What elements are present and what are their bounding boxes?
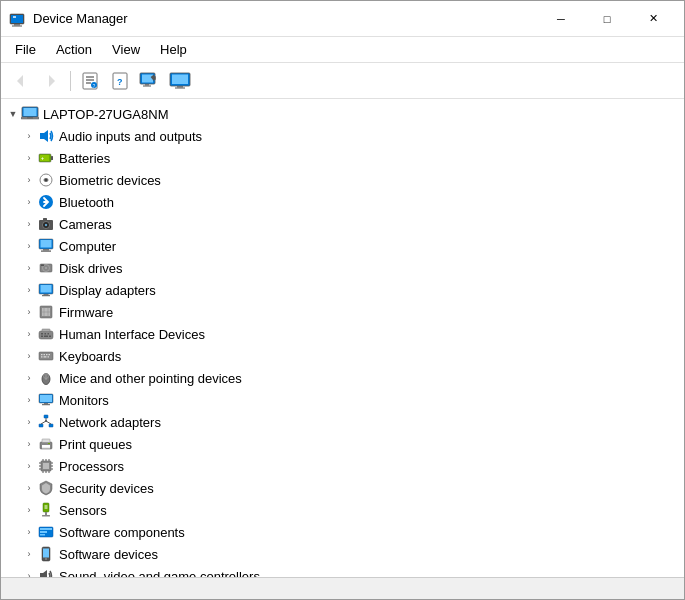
forward-button[interactable] [37,67,65,95]
item-label: Firmware [59,305,113,320]
expand-arrow: › [21,216,37,232]
list-item[interactable]: › Keyboards [1,345,684,367]
list-item[interactable]: › Disk drives [1,257,684,279]
menu-help[interactable]: Help [150,40,197,59]
list-item[interactable]: › Print queues [1,433,684,455]
list-item[interactable]: › Monitors [1,389,684,411]
expand-arrow: › [21,238,37,254]
properties-button[interactable]: ? [76,67,104,95]
monitor2-button[interactable] [166,67,194,95]
expand-arrow: › [21,304,37,320]
svg-marker-5 [17,75,23,87]
svg-rect-66 [42,329,50,332]
svg-marker-6 [49,75,55,87]
svg-rect-117 [43,549,49,558]
svg-rect-44 [43,249,49,251]
list-item[interactable]: › [1,455,684,477]
list-item[interactable]: › Audio inputs and outputs [1,125,684,147]
list-item[interactable]: › Display adapters [1,279,684,301]
security-icon [37,479,55,497]
firmware-icon [37,303,55,321]
close-button[interactable]: ✕ [630,4,676,34]
item-label: Network adapters [59,415,161,430]
monitor-icon [37,391,55,409]
svg-rect-90 [42,439,50,443]
software-devices-icon [37,545,55,563]
toolbar: ? ? [1,63,684,99]
svg-rect-53 [42,295,50,296]
processor-icon [37,457,55,475]
biometric-icon [37,171,55,189]
list-item[interactable]: › Biometric devices [1,169,684,191]
menu-file[interactable]: File [5,40,46,59]
list-item[interactable]: › Software devices [1,543,684,565]
item-label: Sound, video and game controllers [59,569,260,578]
list-item[interactable]: › Human Interface Devices [1,323,684,345]
list-item[interactable]: › Cameras [1,213,684,235]
device-tree[interactable]: ▼ LAPTOP-27UGA8NM › [1,99,684,577]
svg-rect-18 [143,85,151,86]
list-item[interactable]: › Sound, video and game controllers [1,565,684,577]
svg-rect-68 [41,354,43,355]
expand-arrow: › [21,392,37,408]
svg-rect-4 [13,16,16,18]
svg-rect-51 [41,285,52,293]
expand-arrow: › [21,524,37,540]
mice-icon [37,369,55,387]
minimize-button[interactable]: ─ [538,4,584,34]
disk-icon [37,259,55,277]
tree-root-node[interactable]: ▼ LAPTOP-27UGA8NM [1,103,684,125]
list-item[interactable]: › Sensors [1,499,684,521]
svg-rect-17 [145,84,149,86]
list-item[interactable]: › + Batteries [1,147,684,169]
item-label: Cameras [59,217,112,232]
expand-arrow: › [21,282,37,298]
software-components-icon [37,523,55,541]
help-button[interactable]: ? [106,67,134,95]
list-item[interactable]: › Mice and other pointing devices [1,367,684,389]
expand-arrow: › [21,348,37,364]
svg-rect-27 [27,118,33,119]
back-button[interactable] [7,67,35,95]
keyboard-label: Keyboards [59,349,121,364]
title-bar: Device Manager ─ □ ✕ [1,1,684,37]
list-item[interactable]: › Computer [1,235,684,257]
maximize-button[interactable]: □ [584,4,630,34]
expand-arrow: › [21,260,37,276]
network-icon [37,413,55,431]
update-driver-button[interactable] [136,67,164,95]
svg-rect-1 [11,15,23,23]
sound-icon [37,567,55,577]
bluetooth-label: Bluetooth [59,195,114,210]
status-bar [1,577,684,599]
hid-icon [37,325,55,343]
menu-action[interactable]: Action [46,40,102,59]
item-label: Audio inputs and outputs [59,129,202,144]
svg-rect-60 [41,333,43,335]
item-label: Processors [59,459,124,474]
svg-rect-63 [41,336,43,338]
root-expand-arrow: ▼ [5,106,21,122]
menu-bar: File Action View Help [1,37,684,63]
item-label: Print queues [59,437,132,452]
laptop-icon [21,105,39,123]
list-item[interactable]: › Network adapters [1,411,684,433]
sensors-icon [37,501,55,519]
list-item[interactable]: › Bluetooth [1,191,684,213]
svg-rect-45 [41,251,51,252]
menu-view[interactable]: View [102,40,150,59]
svg-rect-114 [40,531,47,533]
list-item[interactable]: › Software components [1,521,684,543]
svg-rect-92 [42,447,50,449]
item-label: Mice and other pointing devices [59,371,242,386]
list-item[interactable]: › Security devices [1,477,684,499]
svg-point-40 [45,224,47,226]
battery-icon: + [37,149,55,167]
monitor-update-icon [139,72,161,90]
properties-icon: ? [81,72,99,90]
device-manager-window: Device Manager ─ □ ✕ File Action View He… [0,0,685,600]
expand-arrow: › [21,172,37,188]
list-item[interactable]: › Firmware [1,301,684,323]
expand-arrow: › [21,546,37,562]
svg-rect-64 [44,336,48,338]
